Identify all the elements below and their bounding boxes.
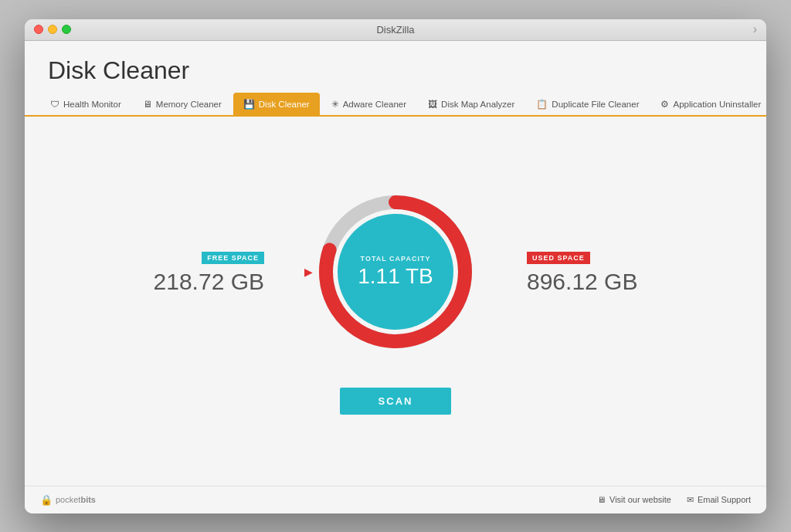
app-window: DiskZilla › Disk Cleaner 🛡 Health Monito… — [25, 19, 766, 513]
tab-adware-cleaner-label: Adware Cleaner — [343, 100, 406, 109]
adware-cleaner-icon: ✳ — [331, 99, 339, 110]
total-capacity-value: 1.11 TB — [358, 264, 433, 289]
email-support-link[interactable]: ✉ Email Support — [687, 495, 751, 505]
used-space-panel: USED SPACE 896.12 GB — [527, 249, 637, 295]
free-space-panel: FREE SPACE 218.72 GB — [154, 249, 264, 295]
footer: 🔒 pocketbits 🖥 Visit our website ✉ Email… — [25, 486, 766, 513]
email-support-label: Email Support — [698, 495, 751, 504]
email-icon: ✉ — [687, 495, 694, 505]
title-bar: DiskZilla › — [25, 19, 766, 41]
disk-visualization: FREE SPACE 218.72 GB ▶ TOTAL CAPA — [154, 187, 638, 357]
tab-disk-cleaner-label: Disk Cleaner — [259, 100, 310, 109]
donut-center: TOTAL CAPACITY 1.11 TB — [338, 214, 453, 330]
content-area: Disk Cleaner 🛡 Health Monitor 🖥 Memory C… — [25, 41, 766, 513]
donut-chart: ▶ TOTAL CAPACITY 1.11 TB — [311, 187, 480, 357]
footer-logo: 🔒 pocketbits — [40, 494, 96, 506]
page-header: Disk Cleaner — [25, 41, 766, 93]
close-button[interactable] — [34, 25, 43, 34]
used-space-label: USED SPACE — [527, 252, 590, 264]
tab-app-uninstaller-label: Application Uninstaller — [673, 100, 761, 109]
tab-health-monitor-label: Health Monitor — [63, 100, 121, 109]
footer-links: 🖥 Visit our website ✉ Email Support — [597, 495, 751, 505]
tab-bar: 🛡 Health Monitor 🖥 Memory Cleaner 💾 Disk… — [25, 93, 766, 117]
tab-health-monitor[interactable]: 🛡 Health Monitor — [40, 93, 131, 115]
duplicate-file-icon: 📋 — [536, 99, 548, 110]
tab-duplicate-file-cleaner[interactable]: 📋 Duplicate File Cleaner — [526, 93, 649, 115]
scan-button[interactable]: SCAN — [340, 388, 452, 415]
main-area: FREE SPACE 218.72 GB ▶ TOTAL CAPA — [25, 117, 766, 486]
visit-website-label: Visit our website — [609, 495, 671, 504]
window-title: DiskZilla — [376, 24, 414, 36]
tab-adware-cleaner[interactable]: ✳ Adware Cleaner — [321, 93, 416, 115]
traffic-lights — [34, 25, 71, 34]
tab-disk-map-analyzer[interactable]: 🖼 Disk Map Analyzer — [418, 93, 525, 115]
tab-memory-cleaner-label: Memory Cleaner — [156, 100, 222, 109]
minimize-button[interactable] — [48, 25, 57, 34]
total-capacity-label: TOTAL CAPACITY — [361, 255, 431, 263]
used-space-value: 896.12 GB — [527, 269, 637, 295]
maximize-button[interactable] — [62, 25, 71, 34]
logo-icon: 🔒 — [40, 494, 53, 506]
tab-application-uninstaller[interactable]: ⚙ Application Uninstaller — [650, 93, 766, 115]
visit-website-link[interactable]: 🖥 Visit our website — [597, 495, 671, 504]
collapse-icon[interactable]: › — [753, 22, 757, 36]
health-monitor-icon: 🛡 — [50, 99, 59, 110]
tab-disk-map-label: Disk Map Analyzer — [441, 100, 514, 109]
disk-cleaner-icon: 💾 — [243, 99, 255, 110]
free-space-value: 218.72 GB — [154, 269, 264, 295]
tab-disk-cleaner[interactable]: 💾 Disk Cleaner — [233, 93, 320, 115]
free-space-label: FREE SPACE — [202, 252, 264, 264]
logo-text: pocketbits — [56, 495, 96, 504]
arrow-indicator: ▶ — [304, 266, 313, 278]
monitor-icon: 🖥 — [597, 495, 606, 504]
memory-cleaner-icon: 🖥 — [143, 99, 152, 110]
page-title: Disk Cleaner — [48, 56, 743, 85]
disk-map-icon: 🖼 — [428, 99, 437, 110]
tab-duplicate-file-label: Duplicate File Cleaner — [552, 100, 639, 109]
app-uninstaller-icon: ⚙ — [660, 99, 669, 110]
tab-memory-cleaner[interactable]: 🖥 Memory Cleaner — [133, 93, 232, 115]
